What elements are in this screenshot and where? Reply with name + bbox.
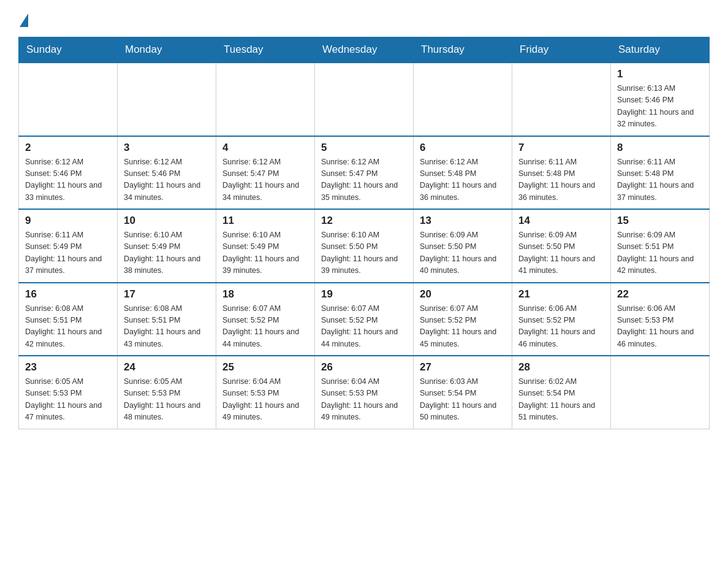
day-info: Sunrise: 6:07 AM Sunset: 5:52 PM Dayligh… [222,303,308,351]
calendar-day-cell: 12Sunrise: 6:10 AM Sunset: 5:50 PM Dayli… [315,209,414,283]
calendar-week-row: 23Sunrise: 6:05 AM Sunset: 5:53 PM Dayli… [19,356,710,429]
day-info: Sunrise: 6:04 AM Sunset: 5:53 PM Dayligh… [222,376,308,424]
day-number: 20 [420,288,506,301]
page-header [18,12,710,25]
calendar-day-cell: 17Sunrise: 6:08 AM Sunset: 5:51 PM Dayli… [118,283,216,356]
day-number: 23 [25,361,111,373]
day-info: Sunrise: 6:10 AM Sunset: 5:49 PM Dayligh… [222,229,308,277]
day-info: Sunrise: 6:13 AM Sunset: 5:46 PM Dayligh… [617,83,703,131]
day-info: Sunrise: 6:06 AM Sunset: 5:52 PM Dayligh… [518,303,604,351]
day-info: Sunrise: 6:09 AM Sunset: 5:51 PM Dayligh… [617,229,703,277]
calendar-day-cell: 21Sunrise: 6:06 AM Sunset: 5:52 PM Dayli… [512,283,611,356]
day-number: 6 [420,142,506,154]
day-number: 22 [617,288,703,301]
day-info: Sunrise: 6:12 AM Sunset: 5:47 PM Dayligh… [222,156,308,204]
calendar-day-cell: 16Sunrise: 6:08 AM Sunset: 5:51 PM Dayli… [19,283,118,356]
calendar-day-cell [512,63,611,136]
calendar-day-cell: 27Sunrise: 6:03 AM Sunset: 5:54 PM Dayli… [414,356,512,429]
day-info: Sunrise: 6:02 AM Sunset: 5:54 PM Dayligh… [518,376,604,424]
calendar-day-cell: 1Sunrise: 6:13 AM Sunset: 5:46 PM Daylig… [611,63,710,136]
day-of-week-header: Tuesday [216,37,315,63]
calendar-day-cell: 10Sunrise: 6:10 AM Sunset: 5:49 PM Dayli… [118,209,216,283]
day-info: Sunrise: 6:11 AM Sunset: 5:48 PM Dayligh… [617,156,703,204]
day-info: Sunrise: 6:04 AM Sunset: 5:53 PM Dayligh… [321,376,407,424]
calendar-week-row: 16Sunrise: 6:08 AM Sunset: 5:51 PM Dayli… [19,283,710,356]
day-of-week-header: Monday [118,37,216,63]
calendar-day-cell: 8Sunrise: 6:11 AM Sunset: 5:48 PM Daylig… [611,136,710,210]
day-of-week-header: Wednesday [315,37,414,63]
calendar-week-row: 1Sunrise: 6:13 AM Sunset: 5:46 PM Daylig… [19,63,710,136]
calendar-day-cell: 5Sunrise: 6:12 AM Sunset: 5:47 PM Daylig… [315,136,414,210]
calendar-day-cell: 13Sunrise: 6:09 AM Sunset: 5:50 PM Dayli… [414,209,512,283]
calendar-table: SundayMondayTuesdayWednesdayThursdayFrid… [18,37,710,429]
day-info: Sunrise: 6:03 AM Sunset: 5:54 PM Dayligh… [420,376,506,424]
day-info: Sunrise: 6:06 AM Sunset: 5:53 PM Dayligh… [617,303,703,351]
day-number: 8 [617,142,703,154]
day-number: 21 [518,288,604,301]
calendar-day-cell: 11Sunrise: 6:10 AM Sunset: 5:49 PM Dayli… [216,209,315,283]
logo [18,12,28,25]
calendar-day-cell: 2Sunrise: 6:12 AM Sunset: 5:46 PM Daylig… [19,136,118,210]
calendar-day-cell: 6Sunrise: 6:12 AM Sunset: 5:48 PM Daylig… [414,136,512,210]
day-of-week-header: Friday [512,37,611,63]
calendar-day-cell: 14Sunrise: 6:09 AM Sunset: 5:50 PM Dayli… [512,209,611,283]
day-info: Sunrise: 6:12 AM Sunset: 5:46 PM Dayligh… [25,156,111,204]
day-number: 24 [124,361,210,373]
calendar-day-cell: 3Sunrise: 6:12 AM Sunset: 5:46 PM Daylig… [118,136,216,210]
day-number: 12 [321,215,407,227]
day-number: 19 [321,288,407,301]
day-number: 2 [25,142,111,154]
day-number: 11 [222,215,308,227]
day-of-week-header: Saturday [611,37,710,63]
day-info: Sunrise: 6:12 AM Sunset: 5:47 PM Dayligh… [321,156,407,204]
calendar-day-cell: 25Sunrise: 6:04 AM Sunset: 5:53 PM Dayli… [216,356,315,429]
calendar-week-row: 9Sunrise: 6:11 AM Sunset: 5:49 PM Daylig… [19,209,710,283]
calendar-day-cell: 7Sunrise: 6:11 AM Sunset: 5:48 PM Daylig… [512,136,611,210]
day-number: 5 [321,142,407,154]
day-number: 10 [124,215,210,227]
day-number: 28 [518,361,604,373]
calendar-day-cell [611,356,710,429]
day-number: 7 [518,142,604,154]
calendar-day-cell [118,63,216,136]
day-info: Sunrise: 6:10 AM Sunset: 5:50 PM Dayligh… [321,229,407,277]
calendar-header-row: SundayMondayTuesdayWednesdayThursdayFrid… [19,37,710,63]
day-info: Sunrise: 6:08 AM Sunset: 5:51 PM Dayligh… [124,303,210,351]
calendar-week-row: 2Sunrise: 6:12 AM Sunset: 5:46 PM Daylig… [19,136,710,210]
calendar-day-cell: 23Sunrise: 6:05 AM Sunset: 5:53 PM Dayli… [19,356,118,429]
day-info: Sunrise: 6:11 AM Sunset: 5:48 PM Dayligh… [518,156,604,204]
calendar-day-cell [19,63,118,136]
day-info: Sunrise: 6:12 AM Sunset: 5:46 PM Dayligh… [124,156,210,204]
calendar-day-cell [315,63,414,136]
day-info: Sunrise: 6:11 AM Sunset: 5:49 PM Dayligh… [25,229,111,277]
day-number: 13 [420,215,506,227]
logo-triangle-icon [20,13,28,27]
day-number: 14 [518,215,604,227]
day-number: 1 [617,68,703,80]
day-info: Sunrise: 6:09 AM Sunset: 5:50 PM Dayligh… [420,229,506,277]
calendar-day-cell: 22Sunrise: 6:06 AM Sunset: 5:53 PM Dayli… [611,283,710,356]
day-info: Sunrise: 6:12 AM Sunset: 5:48 PM Dayligh… [420,156,506,204]
day-info: Sunrise: 6:10 AM Sunset: 5:49 PM Dayligh… [124,229,210,277]
day-number: 25 [222,361,308,373]
calendar-day-cell: 9Sunrise: 6:11 AM Sunset: 5:49 PM Daylig… [19,209,118,283]
day-number: 9 [25,215,111,227]
day-number: 18 [222,288,308,301]
calendar-day-cell: 19Sunrise: 6:07 AM Sunset: 5:52 PM Dayli… [315,283,414,356]
day-info: Sunrise: 6:07 AM Sunset: 5:52 PM Dayligh… [420,303,506,351]
calendar-day-cell [414,63,512,136]
day-number: 4 [222,142,308,154]
day-info: Sunrise: 6:07 AM Sunset: 5:52 PM Dayligh… [321,303,407,351]
day-info: Sunrise: 6:08 AM Sunset: 5:51 PM Dayligh… [25,303,111,351]
day-number: 26 [321,361,407,373]
day-number: 3 [124,142,210,154]
day-number: 17 [124,288,210,301]
calendar-day-cell: 15Sunrise: 6:09 AM Sunset: 5:51 PM Dayli… [611,209,710,283]
day-info: Sunrise: 6:05 AM Sunset: 5:53 PM Dayligh… [25,376,111,424]
calendar-day-cell: 18Sunrise: 6:07 AM Sunset: 5:52 PM Dayli… [216,283,315,356]
day-number: 16 [25,288,111,301]
calendar-day-cell [216,63,315,136]
day-number: 15 [617,215,703,227]
calendar-day-cell: 26Sunrise: 6:04 AM Sunset: 5:53 PM Dayli… [315,356,414,429]
calendar-day-cell: 4Sunrise: 6:12 AM Sunset: 5:47 PM Daylig… [216,136,315,210]
